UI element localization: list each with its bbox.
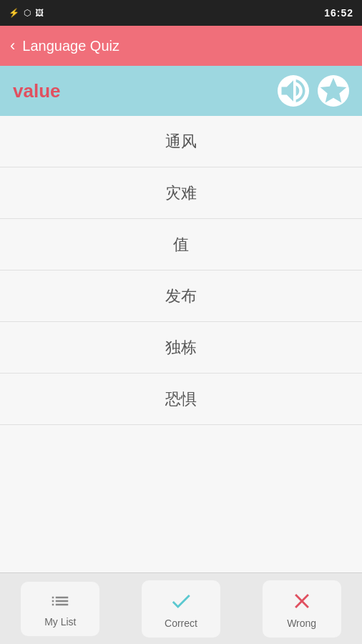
answer-text-4: 发布 — [165, 286, 197, 307]
answer-list: 通风 灾难 值 发布 独栋 恐惧 — [0, 116, 362, 572]
answer-item-3[interactable]: 值 — [0, 219, 362, 270]
sound-button[interactable] — [278, 75, 309, 107]
answer-text-5: 独栋 — [165, 337, 197, 358]
cross-icon — [290, 589, 314, 613]
answer-item-6[interactable]: 恐惧 — [0, 374, 362, 425]
chrome-icon: ⬡ — [24, 8, 31, 18]
answer-item-2[interactable]: 灾难 — [0, 167, 362, 219]
bottom-bar: My List Correct Wrong — [0, 572, 362, 644]
answer-text-1: 通风 — [165, 131, 197, 152]
speaker-icon — [278, 75, 309, 107]
star-button[interactable] — [318, 75, 349, 107]
answer-text-2: 灾难 — [165, 182, 197, 204]
word-display: value — [13, 80, 61, 102]
status-bar: ⚡ ⬡ 🖼 16:52 — [0, 0, 362, 26]
correct-label: Correct — [165, 618, 197, 629]
wrong-button[interactable]: Wrong — [263, 580, 341, 638]
usb-icon: ⚡ — [9, 8, 19, 18]
time-display: 16:52 — [324, 7, 353, 19]
correct-button[interactable]: Correct — [142, 580, 220, 638]
my-list-label: My List — [44, 616, 76, 628]
answer-item-4[interactable]: 发布 — [0, 270, 362, 322]
app-bar: ‹ Language Quiz — [0, 26, 362, 66]
my-list-button[interactable]: My List — [21, 582, 99, 636]
answer-item-5[interactable]: 独栋 — [0, 322, 362, 374]
word-header: value — [0, 66, 362, 116]
list-icon — [49, 590, 71, 612]
checkmark-icon — [169, 589, 193, 613]
answer-item-1[interactable]: 通风 — [0, 116, 362, 167]
back-button[interactable]: ‹ — [10, 36, 15, 55]
header-icons — [278, 75, 349, 107]
main-content: ‹ Language Quiz value 通风 灾难 — [0, 26, 362, 644]
app-title: Language Quiz — [22, 38, 119, 54]
image-icon: 🖼 — [35, 8, 44, 18]
wrong-label: Wrong — [287, 618, 316, 629]
answer-text-3: 值 — [173, 234, 189, 255]
star-icon — [318, 75, 349, 107]
status-bar-left: ⚡ ⬡ 🖼 — [9, 8, 44, 18]
answer-text-6: 恐惧 — [165, 389, 197, 410]
